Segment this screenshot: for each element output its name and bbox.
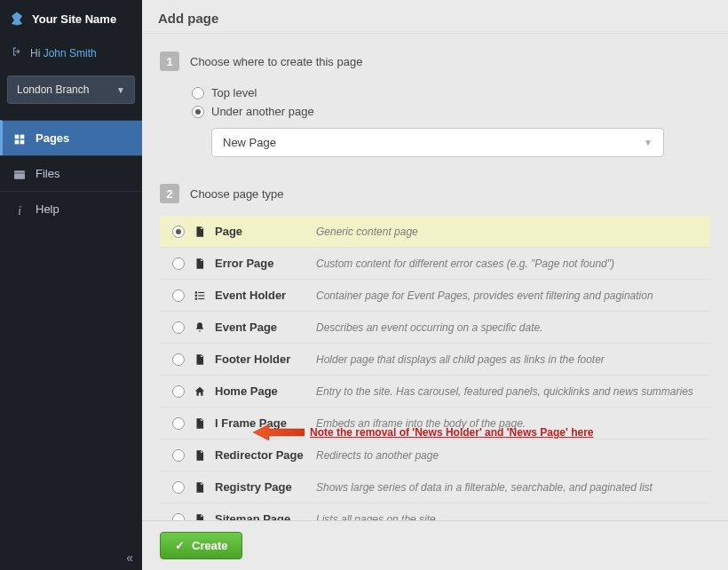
step-2-header: 2 Choose page type xyxy=(160,184,710,203)
radio-top-level[interactable]: Top level xyxy=(192,83,710,102)
site-logo-icon xyxy=(9,11,25,27)
help-icon: i xyxy=(12,203,27,216)
radio-control[interactable] xyxy=(172,321,185,334)
page-type-desc: Lists all pages on the site xyxy=(316,513,698,521)
site-name: Your Site Name xyxy=(32,12,116,26)
step-1-header: 1 Choose where to create this page xyxy=(160,51,710,71)
svg-rect-9 xyxy=(195,297,197,299)
page-type-desc: Entry to the site. Has carousel, feature… xyxy=(316,385,698,398)
svg-rect-5 xyxy=(195,291,197,293)
page-type-desc: Redirects to another page xyxy=(316,449,698,462)
page-type-desc: Holder page that displays all child page… xyxy=(316,353,698,366)
arrow-icon xyxy=(253,423,305,442)
nav-item-help[interactable]: i Help xyxy=(0,191,142,226)
branch-selector[interactable]: London Branch ▼ xyxy=(7,75,135,104)
collapse-sidebar-button[interactable]: « xyxy=(0,545,142,570)
svg-rect-2 xyxy=(15,139,20,144)
step-number: 2 xyxy=(160,184,179,203)
greeting-prefix: Hi xyxy=(30,47,44,59)
footer: ✓ Create xyxy=(142,520,728,570)
radio-control[interactable] xyxy=(172,513,185,521)
chevron-down-icon: ▼ xyxy=(644,138,653,147)
radio-label: Top level xyxy=(211,86,257,99)
pages-icon xyxy=(12,132,27,145)
page-type-icon xyxy=(194,449,206,462)
page-type-name: Redirector Page xyxy=(215,448,304,462)
greeting: Hi John Smith xyxy=(0,37,142,68)
page-type-row[interactable]: Error PageCustom content for different e… xyxy=(160,247,710,279)
page-type-row[interactable]: Event PageDescribes an event occurring o… xyxy=(160,311,710,343)
page-type-name: Footer Holder xyxy=(215,352,290,366)
radio-control[interactable] xyxy=(172,449,185,462)
radio-control[interactable] xyxy=(192,106,204,118)
radio-control[interactable] xyxy=(172,289,185,302)
page-type-name: Event Page xyxy=(215,321,277,334)
page-type-name: Error Page xyxy=(215,257,273,270)
dropdown-value: New Page xyxy=(223,136,276,149)
page-type-list: PageGeneric content pageError PageCustom… xyxy=(160,216,710,520)
svg-rect-8 xyxy=(198,295,204,296)
radio-control[interactable] xyxy=(172,257,185,270)
page-type-desc: Generic content page xyxy=(316,226,698,238)
page-type-name: Registry Page xyxy=(215,480,292,494)
page-type-name: Home Page xyxy=(215,384,278,398)
nav-item-pages[interactable]: Pages xyxy=(0,120,142,155)
radio-control[interactable] xyxy=(172,481,185,494)
svg-rect-6 xyxy=(198,291,204,292)
page-type-desc: Custom content for different error cases… xyxy=(316,257,698,270)
svg-rect-7 xyxy=(195,294,197,296)
radio-control[interactable] xyxy=(172,226,185,238)
files-icon xyxy=(12,168,27,180)
radio-control[interactable] xyxy=(172,353,185,366)
sidebar: Your Site Name Hi John Smith London Bran… xyxy=(0,0,142,570)
page-type-row[interactable]: Registry PageShows large series of data … xyxy=(160,471,710,503)
check-icon: ✓ xyxy=(175,539,185,552)
page-type-icon xyxy=(194,481,206,494)
step-1-label: Choose where to create this page xyxy=(190,55,362,68)
svg-rect-3 xyxy=(20,139,25,144)
nav-item-files[interactable]: Files xyxy=(0,155,142,191)
annotation-text: Note the removal of 'News Holder' and 'N… xyxy=(310,426,594,439)
svg-marker-11 xyxy=(253,424,305,440)
page-type-row[interactable]: Redirector PageRedirects to another page xyxy=(160,439,710,471)
radio-label: Under another page xyxy=(211,105,314,118)
collapse-icon: « xyxy=(126,550,133,565)
branch-label: London Branch xyxy=(17,83,89,96)
nav-label: Files xyxy=(36,167,59,180)
page-title: Add page xyxy=(142,0,728,34)
chevron-down-icon: ▼ xyxy=(116,85,125,95)
page-type-icon xyxy=(194,257,206,270)
svg-rect-10 xyxy=(198,297,204,298)
svg-rect-4 xyxy=(14,170,25,178)
location-radio-group: Top level Under another page xyxy=(192,83,710,121)
radio-control[interactable] xyxy=(172,417,185,430)
page-type-desc: Shows large series of data in a filterab… xyxy=(316,481,698,494)
page-type-row[interactable]: Sitemap PageLists all pages on the site xyxy=(160,503,710,520)
page-type-icon xyxy=(194,226,206,238)
content: 1 Choose where to create this page Top l… xyxy=(142,34,728,520)
page-type-name: Sitemap Page xyxy=(215,512,290,520)
radio-under-another[interactable]: Under another page xyxy=(192,102,710,121)
create-button[interactable]: ✓ Create xyxy=(160,532,242,559)
parent-page-dropdown[interactable]: New Page ▼ xyxy=(211,128,664,157)
page-type-row[interactable]: Home PageEntry to the site. Has carousel… xyxy=(160,375,710,407)
page-type-icon xyxy=(194,353,206,366)
step-2-label: Choose page type xyxy=(190,187,284,201)
radio-control[interactable] xyxy=(172,385,185,398)
page-type-name: Event Holder xyxy=(215,289,286,302)
radio-control[interactable] xyxy=(192,87,204,99)
site-header: Your Site Name xyxy=(0,0,142,37)
main: Add page 1 Choose where to create this p… xyxy=(142,0,728,570)
page-type-icon xyxy=(194,321,206,334)
page-type-icon xyxy=(194,289,206,302)
user-link[interactable]: John Smith xyxy=(44,47,97,59)
page-type-row[interactable]: Event HolderContainer page for Event Pag… xyxy=(160,279,710,311)
logout-icon[interactable] xyxy=(11,46,23,59)
page-type-icon xyxy=(194,385,206,398)
create-label: Create xyxy=(192,539,227,552)
page-type-row[interactable]: Footer HolderHolder page that displays a… xyxy=(160,343,710,375)
svg-rect-0 xyxy=(15,134,20,139)
page-type-row[interactable]: PageGeneric content page xyxy=(160,216,710,247)
page-type-icon xyxy=(194,417,206,430)
nav-label: Pages xyxy=(36,131,69,145)
